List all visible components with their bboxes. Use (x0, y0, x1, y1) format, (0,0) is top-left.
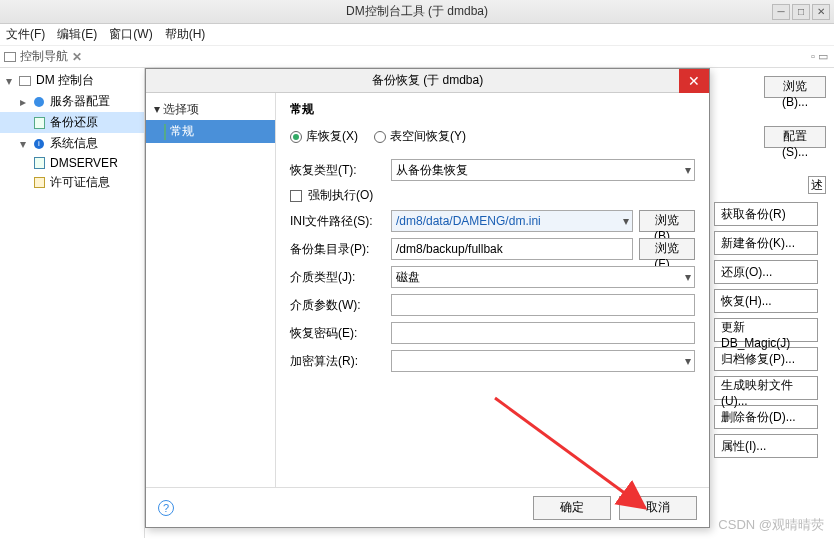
cancel-button[interactable]: 取消 (619, 496, 697, 520)
media-param-label: 介质参数(W): (290, 297, 385, 314)
update-dbmagic-button[interactable]: 更新DB_Magic(J) (714, 318, 818, 342)
tree-label: 备份还原 (50, 114, 98, 131)
tree-item-system-info[interactable]: ▾ i 系统信息 (0, 133, 144, 154)
dialog-title: 备份恢复 (于 dmdba) (372, 72, 483, 89)
media-type-label: 介质类型(J): (290, 269, 385, 286)
tree-label: 服务器配置 (50, 93, 110, 110)
watermark: CSDN @观晴晴荧 (718, 516, 824, 534)
panel-toolbar-icon[interactable]: ▫ ▭ (811, 50, 828, 63)
maximize-button[interactable]: □ (792, 4, 810, 20)
document-icon (32, 116, 46, 130)
menu-help[interactable]: 帮助(H) (165, 26, 206, 43)
restore-button[interactable]: 还原(O)... (714, 260, 818, 284)
caret-down-icon: ▾ (685, 354, 691, 368)
section-title: 常规 (290, 101, 695, 118)
caret-updown-icon: ▾ (685, 270, 691, 284)
bakdir-label: 备份集目录(P): (290, 241, 385, 258)
radio-tablespace-restore[interactable]: 表空间恢复(Y) (374, 128, 466, 145)
tree-label: 许可证信息 (50, 174, 110, 191)
dialog-nav-header: ▾ 选择项 (146, 99, 275, 120)
caret-down-icon: ▾ (18, 137, 28, 151)
browse-button[interactable]: 浏览(B)... (764, 76, 826, 98)
archive-repair-button[interactable]: 归档修复(P)... (714, 347, 818, 371)
help-icon[interactable]: ? (158, 500, 174, 516)
radio-db-restore[interactable]: 库恢复(X) (290, 128, 358, 145)
right-action-panel: 浏览(B)... 配置(S)... 述 获取备份(R) 新建备份(K)... 还… (714, 68, 834, 463)
key-icon (32, 176, 46, 190)
recovery-type-select[interactable]: ▾ (391, 159, 695, 181)
tree-item-server-config[interactable]: ▸ 服务器配置 (0, 91, 144, 112)
get-backup-button[interactable]: 获取备份(R) (714, 202, 818, 226)
tree-item-license[interactable]: 许可证信息 (0, 172, 144, 193)
dialog-titlebar: 备份恢复 (于 dmdba) ✕ (146, 69, 709, 93)
nav-tab-label[interactable]: 控制导航 (20, 48, 68, 65)
media-param-input[interactable] (391, 294, 695, 316)
browse-ini-button[interactable]: 浏览(B)... (639, 210, 695, 232)
nav-tabbar: 控制导航 ✕ (0, 46, 834, 68)
enc-algo-label: 加密算法(R): (290, 353, 385, 370)
menu-window[interactable]: 窗口(W) (109, 26, 152, 43)
recovery-pwd-label: 恢复密码(E): (290, 325, 385, 342)
caret-down-icon: ▾ (623, 214, 629, 228)
dialog-content: 常规 库恢复(X) 表空间恢复(Y) 恢复类型(T): ▾ (276, 93, 709, 487)
dialog-nav: ▾ 选择项 常规 (146, 93, 276, 487)
ok-button[interactable]: 确定 (533, 496, 611, 520)
caret-updown-icon: ▾ (685, 163, 691, 177)
recover-button[interactable]: 恢复(H)... (714, 289, 818, 313)
recovery-pwd-input[interactable] (391, 322, 695, 344)
dialog-nav-general[interactable]: 常规 (146, 120, 275, 143)
tree-label: DMSERVER (50, 156, 118, 170)
recovery-type-label: 恢复类型(T): (290, 162, 385, 179)
radio-icon (374, 131, 386, 143)
gear-icon (32, 95, 46, 109)
ini-path-input[interactable]: ▾ (391, 210, 633, 232)
menu-file[interactable]: 文件(F) (6, 26, 45, 43)
delete-backup-button[interactable]: 删除备份(D)... (714, 405, 818, 429)
radio-icon (290, 131, 302, 143)
dialog-close-button[interactable]: ✕ (679, 69, 709, 93)
menu-edit[interactable]: 编辑(E) (57, 26, 97, 43)
new-backup-button[interactable]: 新建备份(K)... (714, 231, 818, 255)
info-icon: i (32, 137, 46, 151)
force-exec-label: 强制执行(O) (308, 187, 373, 204)
gen-mapfile-button[interactable]: 生成映射文件(U)... (714, 376, 818, 400)
media-type-select[interactable]: ▾ (391, 266, 695, 288)
bakdir-input[interactable] (391, 238, 633, 260)
tree-label: 系统信息 (50, 135, 98, 152)
window-titlebar: DM控制台工具 (于 dmdba) ─ □ ✕ (0, 0, 834, 24)
minimize-button[interactable]: ─ (772, 4, 790, 20)
console-icon (18, 74, 32, 88)
nav-tab-icon (4, 52, 16, 62)
tree-root-label: DM 控制台 (36, 72, 94, 89)
document-icon (164, 125, 166, 139)
tree-item-backup-restore[interactable]: 备份还原 (0, 112, 144, 133)
ini-path-label: INI文件路径(S): (290, 213, 385, 230)
window-title: DM控制台工具 (于 dmdba) (346, 3, 488, 20)
tree-root[interactable]: ▾ DM 控制台 (0, 70, 144, 91)
tree-item-dmserver[interactable]: DMSERVER (0, 154, 144, 172)
backup-restore-dialog: 备份恢复 (于 dmdba) ✕ ▾ 选择项 常规 常规 库恢复(X) 表空间恢… (145, 68, 710, 528)
enc-algo-select[interactable]: ▾ (391, 350, 695, 372)
browse-bakdir-button[interactable]: 浏览(F)... (639, 238, 695, 260)
desc-header-cell: 述 (808, 176, 826, 194)
server-icon (32, 156, 46, 170)
caret-down-icon: ▾ (4, 74, 14, 88)
menubar: 文件(F) 编辑(E) 窗口(W) 帮助(H) (0, 24, 834, 46)
nav-tab-close-icon[interactable]: ✕ (72, 50, 82, 64)
config-button[interactable]: 配置(S)... (764, 126, 826, 148)
force-exec-checkbox[interactable] (290, 190, 302, 202)
properties-button[interactable]: 属性(I)... (714, 434, 818, 458)
close-button[interactable]: ✕ (812, 4, 830, 20)
caret-right-icon: ▸ (18, 95, 28, 109)
sidebar-tree: ▾ DM 控制台 ▸ 服务器配置 备份还原 ▾ i 系统信息 DMSERVER … (0, 68, 145, 538)
